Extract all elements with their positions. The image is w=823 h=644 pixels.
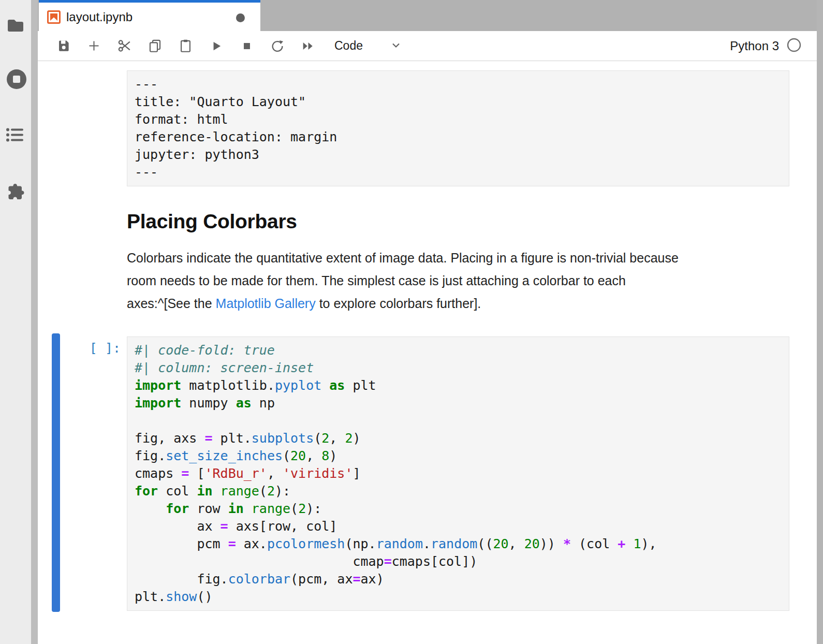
interrupt-kernel-button[interactable]	[231, 35, 262, 57]
play-icon	[210, 39, 223, 53]
sidebar-item-extensions[interactable]	[6, 182, 25, 203]
code-line: fig.colorbar(pcm, ax=ax)	[135, 570, 782, 588]
kernel-indicator: Python 3	[730, 38, 801, 54]
stop-circle-icon	[6, 69, 25, 90]
chevron-down-icon	[363, 39, 402, 53]
code-cell: [ ]: #| code-fold: true#| column: screen…	[127, 336, 789, 611]
kernel-name[interactable]: Python 3	[730, 39, 779, 53]
matplotlib-gallery-link[interactable]: Matplotlib Gallery	[216, 296, 316, 311]
run-cell-button[interactable]	[201, 35, 231, 57]
code-line	[135, 412, 782, 430]
code-line: #| code-fold: true	[135, 342, 782, 359]
notebook-content: --- title: "Quarto Layout" format: html …	[38, 61, 817, 643]
scrollbar-gutter	[817, 0, 823, 644]
code-line: for col in range(2):	[135, 482, 782, 500]
unsaved-changes-indicator	[236, 13, 245, 22]
code-line: for row in range(2):	[135, 500, 782, 518]
insert-cell-button[interactable]	[79, 35, 109, 57]
stop-icon	[240, 39, 254, 53]
restart-icon	[270, 39, 285, 53]
code-line: import numpy as np	[135, 394, 782, 412]
cut-cells-button[interactable]	[109, 35, 140, 57]
activity-bar	[0, 0, 31, 644]
notebook-toolbar: Code Python 3	[38, 31, 817, 61]
code-line: plt.show()	[135, 588, 782, 606]
scissors-icon	[117, 38, 132, 53]
code-line: #| column: screen-inset	[135, 359, 782, 377]
code-cell-editor[interactable]: #| code-fold: true#| column: screen-inse…	[127, 336, 789, 611]
markdown-cell: Placing Colorbars Colorbars indicate the…	[127, 210, 789, 315]
cell-collapser[interactable]	[52, 333, 60, 612]
markdown-text: to explore colorbars further].	[316, 296, 481, 311]
raw-cell: --- title: "Quarto Layout" format: html …	[127, 70, 789, 186]
notebook-icon	[47, 10, 61, 24]
code-line: fig.set_size_inches(20, 8)	[135, 447, 782, 465]
code-line: cmaps = ['RdBu_r', 'viridis']	[135, 465, 782, 482]
sidebar-divider	[31, 0, 38, 644]
markdown-paragraph: Colorbars indicate the quantitative exte…	[127, 246, 789, 315]
code-line: ax = axs[row, col]	[135, 518, 782, 535]
sidebar-item-running-kernels[interactable]	[6, 69, 25, 90]
code-line: import matplotlib.pyplot as plt	[135, 377, 782, 394]
cell-type-value: Code	[334, 39, 363, 53]
restart-run-all-button[interactable]	[292, 35, 323, 57]
save-button[interactable]	[48, 35, 79, 57]
execution-prompt: [ ]:	[38, 341, 121, 356]
clipboard-icon	[179, 39, 193, 53]
tab-bar: layout.ipynb	[38, 0, 817, 31]
folder-icon	[6, 18, 25, 34]
cell-type-dropdown[interactable]: Code	[334, 39, 402, 53]
puzzle-icon	[6, 182, 25, 201]
sidebar-item-file-browser[interactable]	[6, 18, 25, 38]
plus-icon	[87, 39, 101, 53]
paste-cells-button[interactable]	[170, 35, 201, 57]
kernel-idle-icon	[787, 38, 801, 54]
fast-forward-icon	[301, 39, 315, 53]
save-icon	[56, 39, 70, 53]
code-line: fig, axs = plt.subplots(2, 2)	[135, 430, 782, 447]
code-line: pcm = ax.pcolormesh(np.random.random((20…	[135, 535, 782, 553]
code-cell-source: #| code-fold: true#| column: screen-inse…	[135, 342, 782, 606]
copy-cells-button[interactable]	[140, 35, 170, 57]
raw-cell-source: --- title: "Quarto Layout" format: html …	[135, 76, 782, 181]
tab-title: layout.ipynb	[66, 10, 133, 24]
sidebar-item-table-of-contents[interactable]	[6, 128, 25, 149]
markdown-heading: Placing Colorbars	[127, 210, 789, 233]
tab-layout-ipynb[interactable]: layout.ipynb	[39, 0, 260, 31]
list-icon	[6, 128, 25, 142]
raw-cell-editor[interactable]: --- title: "Quarto Layout" format: html …	[127, 70, 789, 186]
copy-icon	[148, 39, 162, 53]
restart-kernel-button[interactable]	[262, 35, 292, 57]
main-area: layout.ipynb	[38, 0, 817, 644]
code-line: cmap=cmaps[col])	[135, 553, 782, 570]
